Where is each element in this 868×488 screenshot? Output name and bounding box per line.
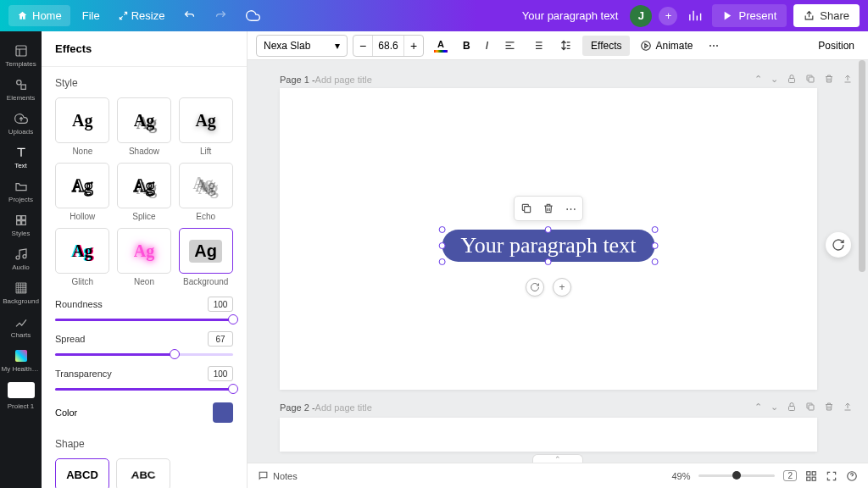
file-menu[interactable]: File: [75, 5, 107, 26]
style-lift[interactable]: AgLift: [178, 97, 233, 156]
resize-handle-br[interactable]: [651, 258, 658, 265]
page-2-title-input[interactable]: Add page title: [315, 402, 372, 413]
collapse-up-icon-2[interactable]: ⌃: [754, 402, 762, 413]
zoom-thumb[interactable]: [732, 471, 741, 480]
add-member-button[interactable]: +: [659, 7, 677, 25]
lock-icon[interactable]: [787, 74, 797, 85]
font-select[interactable]: Nexa Slab ▾: [256, 35, 348, 57]
present-button[interactable]: Present: [712, 4, 787, 27]
help-icon[interactable]: [846, 470, 858, 482]
font-size-input[interactable]: [372, 36, 404, 56]
style-none[interactable]: AgNone: [55, 97, 110, 156]
animate-button[interactable]: Animate: [635, 36, 698, 55]
text-pill[interactable]: Your paragraph text: [442, 230, 655, 262]
duplicate-element-icon[interactable]: [519, 201, 534, 216]
export-icon[interactable]: [843, 74, 853, 85]
shape-curve[interactable]: ABC: [116, 458, 170, 488]
color-row: Color: [55, 402, 233, 423]
canvas-page-1[interactable]: ⋯ Your paragraph text +: [280, 88, 817, 390]
notes-button[interactable]: Notes: [258, 470, 298, 481]
home-button[interactable]: Home: [8, 5, 70, 26]
fullscreen-icon[interactable]: [826, 470, 837, 482]
more-element-icon[interactable]: ⋯: [563, 201, 578, 216]
svg-rect-3: [16, 215, 20, 219]
rail-charts[interactable]: Charts: [0, 309, 42, 343]
grid-view-icon[interactable]: [805, 470, 817, 482]
lock-icon-2[interactable]: [787, 402, 797, 413]
style-shadow[interactable]: AgShadow: [117, 97, 172, 156]
rail-folder-health[interactable]: My Health C...: [0, 343, 42, 377]
resize-handle-mr[interactable]: [651, 242, 658, 249]
spacing-button[interactable]: [554, 36, 577, 55]
redo-button[interactable]: [208, 5, 234, 26]
delete-element-icon[interactable]: [541, 201, 556, 216]
roundness-value[interactable]: 100: [208, 297, 233, 312]
list-button[interactable]: [526, 36, 549, 55]
style-splice[interactable]: AgSplice: [117, 163, 172, 221]
transparency-value[interactable]: 100: [208, 366, 233, 381]
regenerate-fab[interactable]: [826, 232, 851, 258]
delete-icon[interactable]: [824, 74, 834, 85]
folder-icon: [14, 348, 29, 363]
vertical-scrollbar[interactable]: [859, 60, 865, 272]
rail-background[interactable]: Background: [0, 275, 42, 309]
resize-handle-bm[interactable]: [545, 258, 552, 265]
rail-styles[interactable]: Styles: [0, 208, 42, 241]
rail-text[interactable]: Text: [0, 140, 42, 174]
expand-down-icon[interactable]: ⌄: [771, 74, 778, 85]
resize-button[interactable]: Resize: [112, 5, 172, 26]
align-button[interactable]: [498, 36, 521, 55]
rotate-handle[interactable]: [526, 278, 544, 297]
style-echo[interactable]: AgEcho: [178, 163, 233, 221]
page-1-title-input[interactable]: Add page title: [315, 75, 372, 85]
transparency-slider[interactable]: [55, 388, 233, 391]
document-title[interactable]: Your paragraph text: [522, 9, 619, 22]
resize-handle-tr[interactable]: [651, 226, 658, 233]
insights-icon[interactable]: [684, 5, 705, 26]
add-element-button[interactable]: +: [553, 278, 571, 297]
style-background[interactable]: AgBackground: [178, 228, 233, 286]
duplicate-icon-2[interactable]: [805, 402, 815, 413]
rail-audio[interactable]: Audio: [0, 241, 42, 275]
canvas-area[interactable]: Page 1 - Add page title ⌃ ⌄ ⋯ Your parag…: [248, 60, 868, 463]
cloud-sync-icon[interactable]: [239, 4, 267, 27]
style-hollow[interactable]: AgHollow: [55, 163, 110, 221]
collapse-up-icon[interactable]: ⌃: [754, 74, 762, 85]
text-element[interactable]: Your paragraph text: [442, 230, 655, 262]
rail-uploads[interactable]: Uploads: [0, 106, 42, 140]
zoom-value[interactable]: 49%: [671, 471, 690, 481]
rail-elements[interactable]: Elements: [0, 72, 42, 106]
resize-handle-tl[interactable]: [439, 226, 446, 233]
export-icon-2[interactable]: [843, 402, 853, 413]
rail-projects[interactable]: Projects: [0, 174, 42, 208]
font-size-decrease[interactable]: −: [353, 35, 372, 57]
page-peek-handle[interactable]: ⌃: [532, 454, 583, 463]
font-color-button[interactable]: A: [429, 36, 453, 56]
position-button[interactable]: Position: [813, 40, 860, 52]
rail-project-1[interactable]: Project 1: [0, 377, 42, 411]
delete-icon-2[interactable]: [824, 402, 834, 413]
color-swatch[interactable]: [213, 402, 233, 423]
spread-value[interactable]: 67: [208, 331, 233, 347]
canvas-page-2[interactable]: [280, 418, 817, 452]
effects-button[interactable]: Effects: [582, 36, 630, 56]
shape-flat[interactable]: ABCD: [55, 458, 109, 488]
resize-handle-ml[interactable]: [439, 242, 446, 249]
resize-handle-bl[interactable]: [439, 258, 446, 265]
rail-templates[interactable]: Templates: [0, 38, 42, 72]
more-button[interactable]: ⋯: [704, 36, 724, 55]
font-size-increase[interactable]: +: [404, 35, 423, 57]
undo-button[interactable]: [176, 5, 203, 26]
avatar[interactable]: J: [630, 5, 652, 27]
zoom-slider[interactable]: [698, 474, 775, 477]
page-count-badge[interactable]: 2: [783, 470, 797, 481]
bold-button[interactable]: B: [458, 36, 476, 55]
spread-slider[interactable]: [55, 353, 233, 356]
share-button[interactable]: Share: [793, 4, 860, 27]
italic-button[interactable]: I: [481, 36, 493, 55]
style-neon[interactable]: AgNeon: [117, 228, 172, 286]
expand-down-icon-2[interactable]: ⌄: [771, 402, 778, 413]
style-glitch[interactable]: AgGlitch: [55, 228, 110, 286]
roundness-slider[interactable]: [55, 319, 233, 321]
duplicate-icon[interactable]: [805, 74, 815, 85]
